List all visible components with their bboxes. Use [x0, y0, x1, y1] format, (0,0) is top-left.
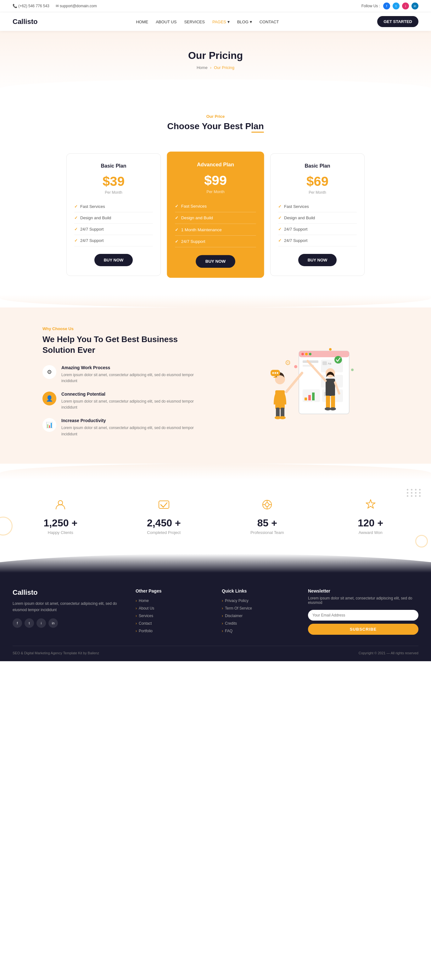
footer-link-contact[interactable]: Contact: [136, 621, 209, 625]
twitter-icon[interactable]: t: [393, 3, 399, 10]
svg-point-39: [273, 372, 274, 374]
topbar-left: 📞 (+62) 546 776 543 ✉ support@domain.com: [13, 4, 97, 8]
stat-label-projects: Completed Project: [116, 530, 212, 535]
nav-home[interactable]: HOME: [136, 19, 148, 24]
svg-rect-30: [326, 379, 335, 396]
footer-link-disclaimer[interactable]: Disclaimer: [222, 614, 295, 618]
why-item-1: ⚙ Amazing Work Process Lorem ipsum dolor…: [43, 365, 209, 384]
pricing-card-basic-2: Basic Plan $69 Per Month Fast Services D…: [270, 153, 364, 276]
footer-link-portfolio[interactable]: Portfolio: [136, 629, 209, 633]
topbar: 📞 (+62) 546 776 543 ✉ support@domain.com…: [0, 0, 431, 12]
footer-instagram-icon[interactable]: i: [36, 618, 46, 628]
nav-about[interactable]: ABOUT US: [156, 19, 176, 24]
nav-pages[interactable]: PAGES ▾: [212, 19, 230, 24]
feature-3-2: Design and Build: [278, 212, 357, 224]
phone-text: 📞 (+62) 546 776 543: [13, 4, 49, 8]
footer-linkedin-icon[interactable]: in: [48, 618, 58, 628]
svg-text:Aa: Aa: [328, 362, 331, 365]
svg-point-44: [58, 501, 63, 505]
svg-rect-23: [275, 390, 285, 409]
footer-inner: Callisto Lorem ipsum dolor sit amet, con…: [13, 589, 418, 636]
plan-features-2: Fast Services Design and Build 1 Month M…: [175, 200, 256, 247]
why-icon-3: 📊: [43, 418, 56, 432]
footer-link-tos[interactable]: Term Of Service: [222, 606, 295, 611]
nav-services[interactable]: SERVICES: [184, 19, 205, 24]
plan-name-1: Basic Plan: [101, 163, 127, 169]
feature-2-4: 24/7 Support: [175, 235, 256, 247]
feature-2-3: 1 Month Maintenance: [175, 224, 256, 235]
why-item-3: 📊 Increase Productivity Lorem ipsum dolo…: [43, 418, 209, 437]
why-icon-1: ⚙: [43, 365, 56, 379]
stat-projects: 2,450 + Completed Project: [116, 498, 212, 535]
footer-link-home[interactable]: Home: [136, 598, 209, 603]
footer-brand-desc: Lorem ipsum dolor sit amet, consectetur …: [13, 600, 123, 613]
footer-newsletter-title: Newsletter: [308, 589, 418, 593]
footer-newsletter-desc: Lorem ipsum dolor sit amet, consectetur …: [308, 596, 418, 605]
breadcrumb-separator: ›: [210, 65, 211, 70]
nav-contact[interactable]: CONTACT: [260, 19, 279, 24]
footer-link-about[interactable]: About Us: [136, 606, 209, 611]
why-label: Why Choose Us: [43, 326, 209, 331]
why-title-2: Connecting Potential: [61, 391, 209, 396]
footer-socials: f t i in: [13, 618, 123, 628]
why-item-2: 👤 Connecting Potential Lorem ipsum dolor…: [43, 391, 209, 410]
footer: Callisto Lorem ipsum dolor sit amet, con…: [0, 573, 431, 661]
footer-link-credits[interactable]: Credits: [222, 621, 295, 625]
why-image: Aa: [222, 342, 388, 430]
facebook-icon[interactable]: f: [383, 3, 390, 10]
footer-twitter-icon[interactable]: t: [25, 618, 34, 628]
footer-link-faq[interactable]: FAQ: [222, 629, 295, 633]
footer-link-privacy[interactable]: Privacy Policy: [222, 598, 295, 603]
pricing-cards: Basic Plan $39 Per Month Fast Services D…: [13, 153, 418, 276]
get-started-button[interactable]: GET STARTED: [377, 16, 418, 27]
hero-section: Our Pricing Home › Our Pricing: [0, 31, 431, 95]
svg-text:⚙: ⚙: [285, 359, 291, 367]
svg-rect-13: [304, 398, 307, 400]
breadcrumb: Home › Our Pricing: [13, 65, 418, 70]
plan-period-1: Per Month: [105, 190, 122, 195]
footer-facebook-icon[interactable]: f: [13, 618, 22, 628]
svg-rect-8: [322, 361, 327, 365]
svg-point-21: [351, 369, 353, 371]
linkedin-icon[interactable]: in: [412, 3, 418, 10]
stats-circle-left: [0, 517, 13, 536]
footer-bottom: SEO & Digital Marketing Agency Template …: [13, 646, 418, 655]
buy-now-button-1[interactable]: BUY NOW: [94, 254, 133, 266]
svg-point-2: [301, 353, 304, 355]
plan-price-3: $69: [306, 174, 328, 189]
feature-1-1: Fast Services: [74, 201, 153, 212]
feature-1-4: 24/7 Support: [74, 235, 153, 247]
clients-icon: [13, 498, 109, 514]
instagram-icon[interactable]: i: [402, 3, 409, 10]
footer-col-title-2: Quick Links: [222, 589, 295, 593]
feature-2-2: Design and Build: [175, 212, 256, 224]
footer-credit: SEO & Digital Marketing Agency Template …: [13, 651, 99, 655]
why-desc-3: Lorem ipsum dolor sit amet, consectetur …: [61, 425, 209, 437]
svg-rect-15: [312, 393, 315, 400]
feature-3-4: 24/7 Support: [278, 235, 357, 247]
feature-1-3: 24/7 Support: [74, 224, 153, 235]
phone-icon: 📞: [13, 4, 17, 8]
why-icon-2: 👤: [43, 391, 56, 406]
pricing-card-basic-1: Basic Plan $39 Per Month Fast Services D…: [67, 153, 161, 276]
svg-rect-34: [331, 396, 335, 408]
stat-label-clients: Happy Clients: [13, 530, 109, 535]
buy-now-button-3[interactable]: BUY NOW: [298, 254, 337, 266]
why-title-3: Increase Productivity: [61, 418, 209, 423]
stat-label-team: Professional Team: [219, 530, 315, 535]
hero-title: Our Pricing: [13, 50, 418, 61]
svg-point-20: [294, 365, 297, 368]
svg-point-4: [309, 353, 311, 355]
footer-link-services[interactable]: Services: [136, 614, 209, 618]
newsletter-email-input[interactable]: [308, 610, 418, 620]
breadcrumb-home[interactable]: Home: [196, 65, 208, 70]
plan-features-3: Fast Services Design and Build 24/7 Supp…: [278, 201, 357, 247]
pricing-section: Our Price Choose Your Best Plan Basic Pl…: [0, 95, 431, 295]
breadcrumb-current: Our Pricing: [214, 65, 235, 70]
why-title: We Help You To Get Best Business Solutio…: [43, 334, 209, 356]
subscribe-button[interactable]: SUBSCRIBE: [308, 624, 418, 635]
why-desc-2: Lorem ipsum dolor sit amet, consectetur …: [61, 398, 209, 410]
stat-number-team: 85 +: [219, 517, 315, 529]
buy-now-button-2[interactable]: BUY NOW: [196, 255, 235, 268]
nav-blog[interactable]: BLOG ▾: [237, 19, 252, 24]
